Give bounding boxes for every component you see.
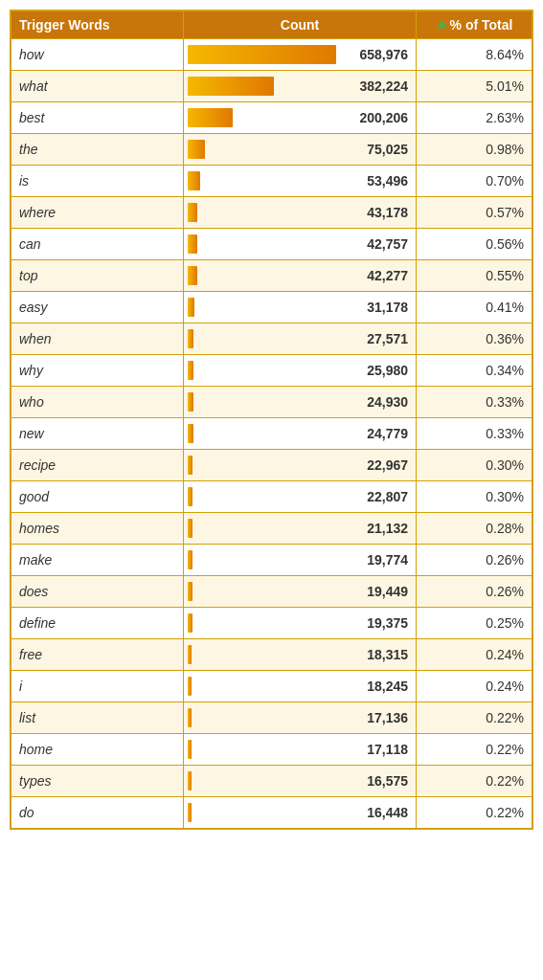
table-row: i 18,245 0.24% bbox=[11, 670, 532, 702]
cell-word: best bbox=[11, 102, 184, 133]
cell-word: make bbox=[11, 545, 184, 575]
cell-word: types bbox=[11, 766, 184, 796]
bar-chart bbox=[188, 456, 192, 475]
cell-percent: 8.64% bbox=[417, 39, 532, 70]
bar-chart bbox=[188, 487, 192, 506]
cell-word: when bbox=[11, 323, 184, 354]
cell-count: 42,757 bbox=[184, 229, 417, 259]
cell-count: 21,132 bbox=[184, 513, 417, 544]
bar-chart bbox=[188, 203, 197, 222]
cell-percent: 0.56% bbox=[417, 229, 532, 259]
table-row: where 43,178 0.57% bbox=[11, 196, 532, 228]
cell-percent: 0.24% bbox=[417, 671, 532, 702]
count-value: 19,774 bbox=[367, 552, 408, 568]
cell-word: top bbox=[11, 260, 184, 291]
bar-chart bbox=[188, 392, 193, 412]
cell-word: easy bbox=[11, 292, 184, 323]
cell-count: 31,178 bbox=[184, 292, 417, 323]
count-value: 18,315 bbox=[367, 647, 408, 662]
bar-chart bbox=[188, 329, 193, 348]
table-row: make 19,774 0.26% bbox=[11, 544, 532, 575]
table-row: best 200,206 2.63% bbox=[11, 101, 532, 133]
bar-wrapper bbox=[188, 390, 193, 413]
bar-wrapper bbox=[188, 296, 194, 319]
cell-word: how bbox=[11, 39, 184, 70]
bar-chart bbox=[188, 708, 192, 727]
table-row: list 17,136 0.22% bbox=[11, 702, 532, 733]
table-row: easy 31,178 0.41% bbox=[11, 291, 532, 323]
cell-count: 16,575 bbox=[184, 766, 417, 796]
cell-percent: 0.33% bbox=[417, 387, 532, 417]
cell-percent: 0.22% bbox=[417, 797, 532, 828]
bar-wrapper bbox=[188, 359, 193, 382]
cell-count: 22,807 bbox=[184, 481, 417, 512]
count-value: 16,575 bbox=[367, 773, 408, 789]
bar-chart bbox=[188, 645, 192, 664]
table-row: top 42,277 0.55% bbox=[11, 259, 532, 291]
bar-wrapper bbox=[188, 769, 192, 792]
bar-wrapper bbox=[188, 580, 192, 603]
count-value: 19,375 bbox=[367, 615, 408, 631]
cell-percent: 0.26% bbox=[417, 545, 532, 575]
cell-percent: 0.22% bbox=[417, 702, 532, 733]
table-row: define 19,375 0.25% bbox=[11, 607, 532, 638]
table-row: why 25,980 0.34% bbox=[11, 354, 532, 386]
count-value: 382,224 bbox=[359, 78, 408, 94]
cell-word: free bbox=[11, 639, 184, 670]
cell-count: 18,245 bbox=[184, 671, 417, 702]
cell-count: 27,571 bbox=[184, 323, 417, 354]
bar-chart bbox=[188, 582, 192, 601]
bar-wrapper bbox=[188, 201, 197, 224]
header-trigger-words: Trigger Words bbox=[11, 11, 184, 38]
bar-chart bbox=[188, 677, 192, 696]
bar-chart bbox=[188, 740, 192, 759]
bar-wrapper bbox=[188, 612, 192, 635]
cell-word: where bbox=[11, 197, 184, 228]
cell-word: does bbox=[11, 576, 184, 607]
cell-count: 19,375 bbox=[184, 608, 417, 638]
header-percent: ★% of Total bbox=[417, 11, 532, 38]
cell-count: 17,136 bbox=[184, 702, 417, 733]
cell-word: define bbox=[11, 608, 184, 638]
cell-count: 658,976 bbox=[184, 39, 417, 70]
table-row: when 27,571 0.36% bbox=[11, 323, 532, 354]
count-value: 42,757 bbox=[367, 236, 408, 252]
count-value: 19,449 bbox=[367, 584, 408, 599]
count-value: 24,930 bbox=[367, 394, 408, 410]
bar-chart bbox=[188, 45, 336, 64]
cell-count: 17,118 bbox=[184, 734, 417, 765]
bar-wrapper bbox=[188, 706, 192, 729]
star-icon: ★ bbox=[436, 17, 448, 33]
cell-word: what bbox=[11, 71, 184, 101]
count-value: 22,807 bbox=[367, 489, 408, 504]
table-row: recipe 22,967 0.30% bbox=[11, 449, 532, 480]
count-value: 18,245 bbox=[367, 679, 408, 694]
table-row: is 53,496 0.70% bbox=[11, 165, 532, 196]
cell-word: home bbox=[11, 734, 184, 765]
count-value: 75,025 bbox=[367, 142, 408, 157]
cell-percent: 0.26% bbox=[417, 576, 532, 607]
bar-wrapper bbox=[188, 485, 192, 508]
cell-word: can bbox=[11, 229, 184, 259]
bar-wrapper bbox=[188, 801, 192, 824]
header-count: Count bbox=[184, 11, 417, 38]
bar-wrapper bbox=[188, 738, 192, 761]
bar-wrapper bbox=[188, 422, 193, 445]
cell-percent: 0.22% bbox=[417, 734, 532, 765]
bar-chart bbox=[188, 519, 192, 538]
cell-word: recipe bbox=[11, 450, 184, 480]
cell-count: 16,448 bbox=[184, 797, 417, 828]
cell-percent: 0.57% bbox=[417, 197, 532, 228]
bar-wrapper bbox=[188, 233, 197, 256]
bar-chart bbox=[188, 108, 233, 127]
count-value: 25,980 bbox=[367, 363, 408, 378]
cell-percent: 0.34% bbox=[417, 355, 532, 386]
bar-chart bbox=[188, 771, 192, 791]
cell-count: 22,967 bbox=[184, 450, 417, 480]
bar-chart bbox=[188, 140, 205, 159]
cell-word: good bbox=[11, 481, 184, 512]
count-value: 53,496 bbox=[367, 173, 408, 189]
table-row: does 19,449 0.26% bbox=[11, 575, 532, 607]
bar-chart bbox=[188, 171, 200, 190]
table-header: Trigger Words Count ★% of Total bbox=[11, 11, 532, 38]
